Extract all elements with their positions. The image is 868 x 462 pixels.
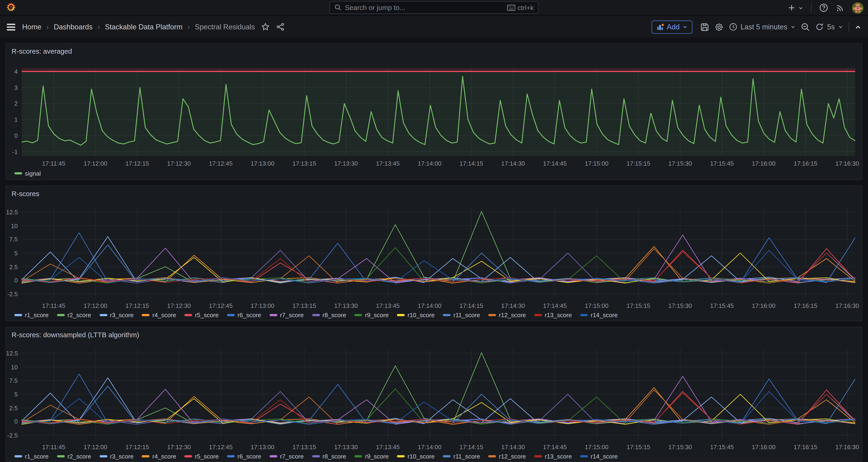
breadcrumb-folder[interactable]: Stackable Data Platform: [105, 23, 183, 31]
y-axis-tick: 5: [6, 250, 18, 256]
x-axis-tick: 17:13:45: [370, 302, 405, 309]
y-axis-tick: 0: [6, 419, 18, 425]
x-axis-tick: 17:13:00: [245, 302, 280, 309]
series-label: r10_score: [407, 312, 435, 318]
breadcrumb-home[interactable]: Home: [22, 23, 41, 31]
legend-item-r10_score[interactable]: r10_score: [397, 312, 435, 318]
legend-item-r14_score[interactable]: r14_score: [580, 453, 618, 459]
legend-item-r4_score[interactable]: r4_score: [142, 312, 176, 318]
legend-item-r10_score[interactable]: r10_score: [397, 453, 435, 459]
legend-item-r4_score[interactable]: r4_score: [142, 453, 176, 459]
x-axis-tick: 17:14:45: [537, 160, 572, 166]
star-icon[interactable]: [261, 23, 270, 31]
legend-item-r7_score[interactable]: r7_score: [270, 312, 304, 318]
legend-item-r8_score[interactable]: r8_score: [312, 312, 346, 318]
legend-item-r1_score[interactable]: r1_score: [14, 453, 49, 459]
legend-item-r8_score[interactable]: r8_score: [312, 453, 346, 459]
legend-item-r14_score[interactable]: r14_score: [580, 312, 618, 318]
search-icon: [334, 4, 342, 11]
series-color-swatch: [397, 455, 405, 457]
legend-item-r9_score[interactable]: r9_score: [354, 453, 389, 459]
legend-item-r13_score[interactable]: r13_score: [534, 453, 572, 459]
refresh-picker[interactable]: 5s: [815, 23, 843, 31]
x-axis-tick: 17:15:45: [704, 443, 740, 450]
legend-item-r3_score[interactable]: r3_score: [99, 312, 133, 318]
search-input[interactable]: Search or jump to... ctrl+k: [330, 1, 538, 14]
keyboard-icon: [507, 4, 516, 11]
x-axis-tick: 17:15:30: [662, 443, 698, 450]
legend-item-r5_score[interactable]: r5_score: [184, 453, 219, 459]
breadcrumb-dashboards[interactable]: Dashboards: [54, 23, 92, 31]
y-axis-tick: 10: [6, 222, 18, 229]
legend-item-r3_score[interactable]: r3_score: [99, 453, 133, 459]
x-axis-tick: 17:11:45: [36, 443, 71, 450]
time-range-picker[interactable]: Last 5 minutes: [729, 23, 796, 31]
help-button[interactable]: [819, 3, 828, 12]
new-button[interactable]: [788, 4, 803, 12]
mega-menu-button[interactable]: [6, 23, 16, 31]
y-axis-tick: 1: [6, 116, 18, 123]
series-label: r7_score: [280, 453, 304, 459]
series-color-swatch: [99, 314, 107, 316]
news-button[interactable]: [836, 3, 844, 12]
series-color-swatch: [580, 455, 588, 457]
x-axis-tick: 17:14:00: [412, 160, 447, 166]
panel-title[interactable]: R-scores: [12, 190, 39, 197]
series-color-swatch: [397, 314, 405, 316]
series-color-swatch: [489, 455, 496, 457]
legend-item-r12_score[interactable]: r12_score: [489, 453, 526, 459]
collapse-toolbar-button[interactable]: [855, 24, 861, 30]
add-panel-button[interactable]: Add: [651, 20, 692, 34]
legend-item-r11_score[interactable]: r11_score: [443, 453, 480, 459]
legend-item-r6_score[interactable]: r6_score: [227, 453, 261, 459]
series-label: r13_score: [545, 453, 572, 459]
grafana-logo[interactable]: [6, 2, 17, 13]
x-axis-tick: 17:13:00: [245, 160, 280, 166]
legend-item-r5_score[interactable]: r5_score: [184, 312, 219, 318]
series-color-swatch: [534, 314, 542, 316]
legend-item-r11_score[interactable]: r11_score: [443, 312, 480, 318]
legend-item-signal[interactable]: signal: [14, 170, 41, 177]
save-icon: [700, 22, 709, 31]
x-axis-tick: 17:12:45: [203, 302, 239, 309]
legend-item-r2_score[interactable]: r2_score: [57, 312, 91, 318]
time-series-plot[interactable]: [22, 348, 856, 439]
toolbar-divider: [849, 22, 849, 31]
series-label: r7_score: [280, 312, 304, 318]
x-axis-tick: 17:13:30: [328, 160, 364, 166]
panel-r-scores-averaged: R-scores: averaged 43210-117:11:4517:12:…: [6, 43, 862, 180]
x-axis-tick: 17:15:45: [704, 302, 740, 309]
question-circle-icon: [819, 3, 828, 12]
panel-title[interactable]: R-scores: downsampled (LTTB algorithm): [12, 331, 139, 339]
time-series-plot[interactable]: [22, 68, 856, 156]
save-dashboard-button[interactable]: [700, 22, 709, 31]
zoom-out-time-button[interactable]: [801, 22, 810, 31]
legend-item-r1_score[interactable]: r1_score: [14, 312, 49, 318]
time-series-plot[interactable]: [22, 207, 856, 298]
legend-item-r13_score[interactable]: r13_score: [534, 312, 572, 318]
dashboard-settings-button[interactable]: [715, 22, 723, 31]
legend: r1_scorer2_scorer3_scorer4_scorer5_score…: [14, 312, 618, 318]
legend-item-r2_score[interactable]: r2_score: [57, 453, 91, 459]
x-axis-tick: 17:13:15: [286, 443, 322, 450]
series-color-swatch: [354, 314, 362, 316]
x-axis-tick: 17:11:45: [36, 160, 71, 166]
dashboard-toolbar: Home › Dashboards › Stackable Data Platf…: [0, 16, 868, 38]
series-color-swatch: [534, 455, 542, 457]
legend-item-r7_score[interactable]: r7_score: [270, 453, 304, 459]
share-icon[interactable]: [277, 23, 285, 31]
panel-title[interactable]: R-scores: averaged: [12, 48, 72, 55]
legend-item-r6_score[interactable]: r6_score: [227, 312, 261, 318]
nav-divider: [811, 3, 811, 12]
y-axis-tick: -2.5: [6, 432, 18, 438]
series-label: r6_score: [238, 312, 261, 318]
rss-icon: [836, 3, 844, 12]
x-axis-tick: 17:15:30: [662, 302, 698, 309]
plus-icon: [788, 4, 796, 12]
legend-item-r12_score[interactable]: r12_score: [489, 312, 526, 318]
series-label: r1_score: [25, 312, 49, 318]
x-axis-tick: 17:13:30: [328, 443, 364, 450]
x-axis-tick: 17:16:15: [788, 302, 823, 309]
user-avatar[interactable]: [852, 2, 864, 13]
legend-item-r9_score[interactable]: r9_score: [354, 312, 389, 318]
